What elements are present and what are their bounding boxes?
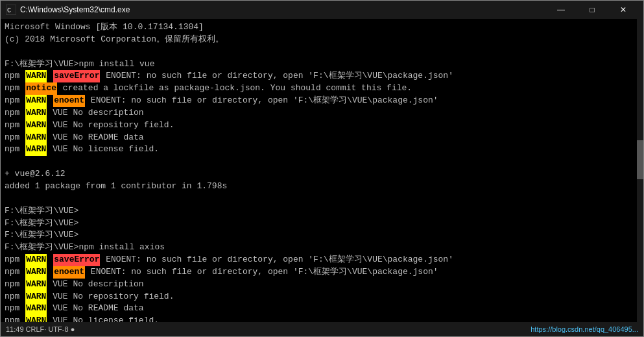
close-button[interactable]: ✕: [608, 1, 638, 19]
terminal-line: added 1 package from 1 contributor in 1.…: [5, 181, 639, 193]
scrollbar[interactable]: [637, 19, 643, 322]
terminal-line: npm WARN VUE No license field.: [5, 315, 639, 322]
scrollbar-thumb[interactable]: [637, 140, 643, 179]
terminal-line: npm WARN VUE No description: [5, 279, 639, 291]
terminal-line: F:\框架学习\VUE>npm install vue: [5, 58, 639, 71]
terminal-line: npm WARN VUE No license field.: [5, 144, 639, 156]
cmd-icon: C: [6, 5, 16, 15]
terminal-line: F:\框架学习\VUE>: [5, 205, 639, 218]
terminal-line: npm WARN enoent ENOENT: no such file or …: [5, 266, 639, 279]
svg-text:C: C: [7, 7, 11, 14]
terminal-line: [5, 193, 639, 205]
minimize-button[interactable]: —: [546, 1, 576, 19]
window: C C:\Windows\System32\cmd.exe — □ ✕ Micr…: [0, 0, 644, 337]
terminal-line: F:\框架学习\VUE>: [5, 218, 639, 230]
window-title: C:\Windows\System32\cmd.exe: [20, 5, 130, 14]
terminal-line: [5, 46, 639, 58]
terminal-line: [5, 156, 639, 168]
terminal-line: npm WARN saveError ENOENT: no such file …: [5, 254, 639, 266]
terminal-line: F:\框架学习\VUE>npm install axios: [5, 242, 639, 254]
terminal-line: Microsoft Windows [版本 10.0.17134.1304]: [5, 21, 639, 34]
status-bar: 11:49 CRLF· UTF-8 ● https://blog.csdn.ne…: [1, 322, 643, 336]
status-right: https://blog.csdn.net/qq_406495...: [531, 325, 638, 333]
terminal-line: npm WARN VUE No repository field.: [5, 291, 639, 303]
maximize-button[interactable]: □: [577, 1, 607, 19]
terminal-line: npm WARN VUE No README data: [5, 132, 639, 144]
terminal-line: npm WARN saveError ENOENT: no such file …: [5, 70, 639, 82]
title-bar: C C:\Windows\System32\cmd.exe — □ ✕: [1, 1, 643, 19]
terminal-line: npm WARN VUE No README data: [5, 303, 639, 315]
title-bar-left: C C:\Windows\System32\cmd.exe: [6, 5, 130, 15]
status-left: 11:49 CRLF· UTF-8 ●: [6, 325, 75, 333]
terminal-line: + vue@2.6.12: [5, 168, 639, 181]
terminal-line: npm WARN VUE No repository field.: [5, 119, 639, 132]
window-controls: — □ ✕: [546, 1, 638, 19]
terminal-line: npm notice created a lockfile as package…: [5, 82, 639, 95]
terminal-line: npm WARN enoent ENOENT: no such file or …: [5, 95, 639, 107]
terminal-line: npm WARN VUE No description: [5, 107, 639, 119]
terminal-line: F:\框架学习\VUE>: [5, 229, 639, 242]
terminal-body[interactable]: Microsoft Windows [版本 10.0.17134.1304] (…: [1, 19, 643, 322]
terminal-line: (c) 2018 Microsoft Corporation。保留所有权利。: [5, 34, 639, 46]
